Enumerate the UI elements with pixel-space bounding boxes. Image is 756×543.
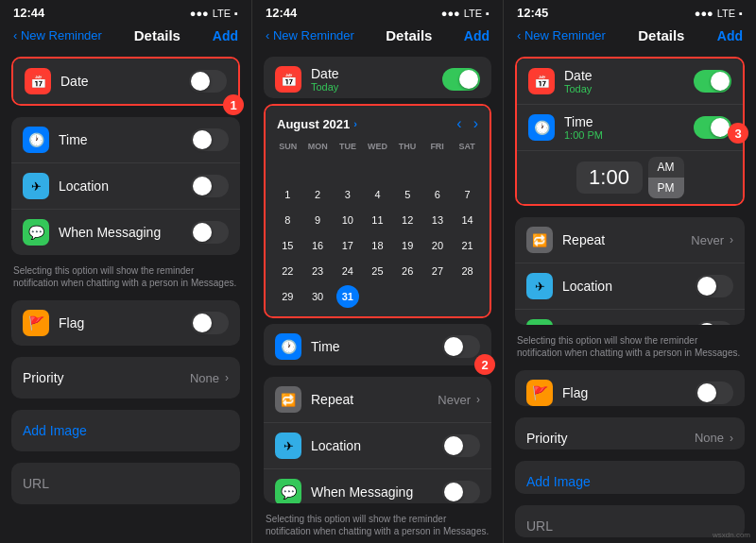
p2-repeat-row[interactable]: 🔁 Repeat Never › (264, 377, 491, 423)
flag-section: 🚩 Flag (11, 300, 240, 346)
messaging-toggle[interactable] (191, 221, 229, 244)
p3-flag-row[interactable]: 🚩 Flag (515, 370, 745, 406)
p2-time-row[interactable]: 🕐 Time (264, 324, 491, 365)
cal-cell-2[interactable]: 2 (306, 183, 329, 206)
cal-cell-6[interactable]: 6 (426, 183, 449, 206)
location-toggle[interactable] (191, 175, 229, 197)
nav-add-1[interactable]: Add (213, 28, 238, 43)
date-toggle-3[interactable] (694, 70, 731, 93)
cal-cell-13[interactable]: 13 (426, 209, 449, 231)
p2-messaging-toggle[interactable] (442, 481, 480, 503)
location-row[interactable]: ✈ Location (11, 163, 240, 210)
messaging-row[interactable]: 💬 When Messaging (11, 210, 240, 255)
status-icons-1: ●●● LTE ▪ (190, 8, 238, 19)
p3-flag-toggle[interactable] (696, 382, 733, 404)
battery-icon-3: ▪ (739, 8, 743, 19)
cal-prev-button[interactable]: ‹ (456, 115, 461, 132)
battery-icon-2: ▪ (486, 8, 490, 19)
signal-icon-2: ●●● (441, 8, 460, 19)
p3-messaging-toggle[interactable] (696, 321, 733, 325)
nav-add-2[interactable]: Add (464, 28, 490, 43)
p2-location-toggle[interactable] (442, 434, 480, 457)
nav-back-3[interactable]: ‹ New Reminder (517, 28, 606, 42)
nav-back-1[interactable]: ‹ New Reminder (13, 28, 102, 42)
cal-cell-18[interactable]: 18 (366, 234, 388, 257)
cal-cell-10[interactable]: 10 (336, 209, 359, 231)
addimage-section: Add Image (11, 410, 240, 451)
date-toggle-2[interactable] (442, 68, 480, 91)
cal-cell-22[interactable]: 22 (276, 260, 299, 282)
date-row[interactable]: 📅 Date (13, 59, 238, 104)
cal-cell-19[interactable]: 19 (396, 234, 419, 257)
nav-back-2[interactable]: ‹ New Reminder (266, 28, 354, 42)
p2-messaging-row[interactable]: 💬 When Messaging (264, 469, 491, 503)
cal-cell-4[interactable]: 4 (366, 183, 388, 206)
pm-button[interactable]: PM (648, 178, 684, 198)
cal-cell-7[interactable]: 7 (456, 183, 479, 206)
date-row-2[interactable]: 📅 Date Today (264, 57, 491, 98)
cal-cell-12[interactable]: 12 (396, 209, 419, 231)
time-row-3[interactable]: 🕐 Time 1:00 PM (517, 105, 743, 151)
date-section: 📅 Date (13, 59, 238, 104)
cal-cell-8[interactable]: 8 (276, 209, 299, 231)
p2-time-toggle[interactable] (442, 335, 480, 358)
cal-cell-9[interactable]: 9 (306, 209, 329, 231)
cal-cell-31-today[interactable]: 31 (336, 285, 359, 308)
p3-priority-section: Priority None › (515, 417, 745, 450)
date-label-2: Date (311, 66, 339, 81)
cal-next-button[interactable]: › (473, 115, 478, 132)
panel-2: 12:44 ●●● LTE ▪ ‹ New Reminder Details A… (251, 0, 503, 543)
lte-icon-2: LTE (464, 8, 482, 19)
p3-priority-row[interactable]: Priority None › (515, 417, 745, 450)
cal-cell-20[interactable]: 20 (426, 234, 449, 257)
cal-cell-29[interactable]: 29 (276, 285, 299, 308)
priority-section: Priority None › (11, 357, 240, 399)
nav-add-3[interactable]: Add (717, 28, 743, 43)
p3-flag-icon: 🚩 (526, 380, 553, 406)
signal-icon-3: ●●● (695, 8, 713, 19)
cal-cell-5[interactable]: 5 (396, 183, 419, 206)
cal-cell-23[interactable]: 23 (306, 260, 329, 282)
cal-cell-27[interactable]: 27 (426, 260, 449, 282)
url-row[interactable]: URL (11, 463, 240, 504)
time-toggle-3[interactable] (694, 116, 731, 139)
cal-cell-11[interactable]: 11 (366, 209, 388, 231)
date-toggle[interactable] (189, 70, 227, 93)
p3-priority-value: None (695, 431, 724, 445)
cal-cell-14[interactable]: 14 (456, 209, 479, 231)
cal-cell-1[interactable]: 1 (276, 183, 299, 206)
messaging-label: When Messaging (59, 225, 191, 240)
time-label: Time (59, 132, 191, 147)
cal-cell-21[interactable]: 21 (456, 234, 479, 257)
am-button[interactable]: AM (648, 157, 684, 178)
cal-cell-15[interactable]: 15 (276, 234, 299, 257)
url-section: URL (11, 463, 240, 504)
cal-month-chevron[interactable]: › (353, 118, 357, 129)
addimage-row[interactable]: Add Image (11, 410, 240, 451)
cal-cell-16[interactable]: 16 (306, 234, 329, 257)
cal-cell-30[interactable]: 30 (306, 285, 329, 308)
cal-cell-25[interactable]: 25 (366, 260, 388, 282)
cal-cell-28[interactable]: 28 (456, 260, 479, 282)
p3-location-toggle[interactable] (696, 275, 733, 297)
flag-row[interactable]: 🚩 Flag (11, 300, 240, 346)
time-row[interactable]: 🕐 Time (11, 117, 240, 163)
flag-toggle[interactable] (191, 312, 229, 334)
cal-month: August 2021 › (277, 117, 357, 131)
cal-cell-3[interactable]: 3 (336, 183, 359, 206)
time-display[interactable]: 1:00 (576, 161, 643, 194)
cal-cell-24[interactable]: 24 (336, 260, 359, 282)
status-time-1: 12:44 (13, 6, 44, 20)
date-row-3[interactable]: 📅 Date Today (517, 59, 743, 105)
p2-repeat-chevron: › (476, 393, 480, 406)
time-toggle[interactable] (191, 128, 229, 151)
p3-messaging-row[interactable]: 💬 When Messaging (515, 310, 745, 325)
p2-location-row[interactable]: ✈ Location (264, 423, 491, 469)
p3-repeat-row[interactable]: 🔁 Repeat Never › (515, 217, 745, 263)
p3-addimage-row[interactable]: Add Image (515, 461, 745, 493)
cal-cell-17[interactable]: 17 (336, 234, 359, 257)
cal-cell-26[interactable]: 26 (396, 260, 419, 282)
priority-row[interactable]: Priority None › (11, 357, 240, 399)
p3-location-row[interactable]: ✈ Location (515, 263, 745, 310)
p3-url-row[interactable]: URL (515, 505, 745, 537)
